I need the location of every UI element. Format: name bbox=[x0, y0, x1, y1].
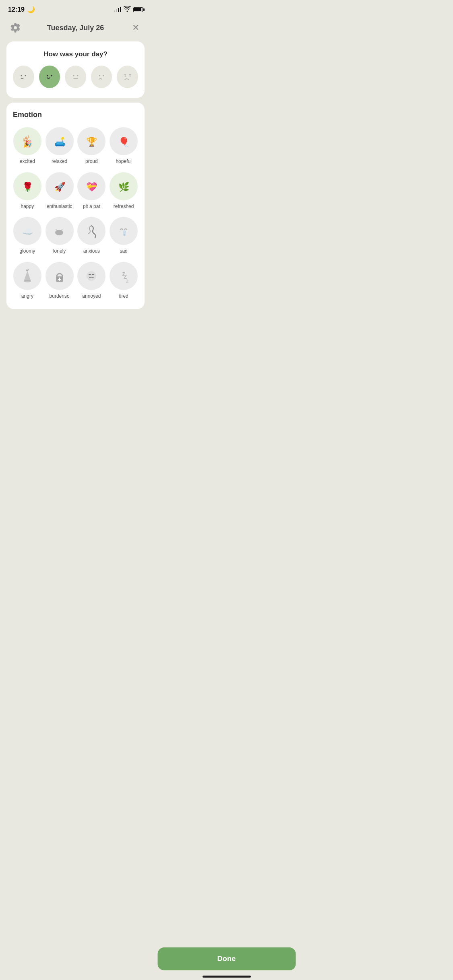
emotion-label-hopeful: hopeful bbox=[116, 159, 131, 165]
emotion-icon-annoyed bbox=[77, 262, 105, 290]
emotion-item-enthusiastic[interactable]: 🚀 enthusiastic bbox=[45, 172, 74, 210]
svg-text:Z: Z bbox=[126, 279, 129, 284]
emotion-label-annoyed: annoyed bbox=[82, 293, 101, 300]
emotion-item-angry[interactable]: angry bbox=[13, 262, 42, 300]
svg-point-5 bbox=[77, 75, 78, 76]
svg-text:🏆: 🏆 bbox=[86, 136, 97, 147]
emotion-label-relaxed: relaxed bbox=[52, 159, 67, 165]
emotion-label-sad: sad bbox=[120, 248, 127, 255]
svg-point-3 bbox=[51, 75, 52, 76]
svg-text:🌿: 🌿 bbox=[118, 181, 130, 192]
close-button[interactable]: ✕ bbox=[128, 21, 143, 35]
svg-point-23 bbox=[55, 230, 63, 235]
svg-text:☁️: ☁️ bbox=[22, 226, 33, 237]
emotion-label-refreshed: refreshed bbox=[114, 204, 134, 210]
emotion-item-refreshed[interactable]: 🌿 refreshed bbox=[109, 172, 138, 210]
status-time: 12:19 🌙 bbox=[8, 6, 35, 13]
emotion-label-tired: tired bbox=[119, 293, 128, 300]
emotion-label-happy: happy bbox=[21, 204, 34, 210]
gear-icon bbox=[10, 22, 21, 33]
svg-text:🎈: 🎈 bbox=[118, 136, 130, 147]
emotion-item-hopeful[interactable]: 🎈 hopeful bbox=[109, 127, 138, 165]
time-display: 12:19 bbox=[8, 6, 25, 13]
svg-text:🛋️: 🛋️ bbox=[54, 136, 65, 147]
mood-face-great[interactable] bbox=[13, 66, 34, 88]
svg-point-6 bbox=[99, 75, 100, 76]
emotion-icon-tired: Z Z Z bbox=[110, 262, 138, 290]
emotion-item-burdensome[interactable]: burdenso bbox=[45, 262, 74, 300]
svg-text:🌹: 🌹 bbox=[22, 181, 33, 192]
svg-text:💝: 💝 bbox=[86, 181, 97, 192]
emotion-icon-sad bbox=[110, 217, 138, 245]
emotion-label-enthusiastic: enthusiastic bbox=[47, 204, 72, 210]
emotion-icon-happy: 🌹 bbox=[13, 172, 41, 200]
emotion-icon-pit-a-pat: 💝 bbox=[77, 172, 105, 200]
mood-face-good[interactable] bbox=[39, 66, 60, 88]
svg-marker-11 bbox=[27, 135, 29, 139]
svg-point-27 bbox=[24, 280, 31, 282]
wifi-icon bbox=[124, 6, 131, 13]
emotion-item-lonely[interactable]: lonely bbox=[45, 217, 74, 255]
emotion-label-pit-a-pat: pit a pat bbox=[83, 204, 100, 210]
emotion-item-proud[interactable]: 🏆 proud bbox=[77, 127, 106, 165]
svg-point-1 bbox=[25, 75, 26, 76]
svg-point-2 bbox=[47, 75, 48, 76]
emotion-icon-proud: 🏆 bbox=[77, 127, 105, 155]
emotion-grid: 🎉 excited 🛋️ relaxed 🏆 proud bbox=[13, 127, 138, 299]
moon-icon: 🌙 bbox=[27, 6, 35, 13]
emotion-icon-hopeful: 🎈 bbox=[110, 127, 138, 155]
svg-text:🎉: 🎉 bbox=[23, 139, 32, 148]
emotion-item-sad[interactable]: sad bbox=[109, 217, 138, 255]
emotion-item-gloomy[interactable]: ☁️ gloomy bbox=[13, 217, 42, 255]
emotion-icon-relaxed: 🛋️ bbox=[46, 127, 74, 155]
status-bar: 12:19 🌙 bbox=[0, 0, 151, 16]
settings-button[interactable] bbox=[8, 21, 23, 35]
mood-card: How was your day? bbox=[6, 41, 145, 98]
signal-icon bbox=[114, 7, 121, 12]
mood-face-terrible[interactable] bbox=[117, 66, 138, 88]
header-title: Tuesday, July 26 bbox=[47, 24, 104, 32]
emotion-icon-anxious bbox=[77, 217, 105, 245]
mood-faces bbox=[13, 66, 138, 88]
emotion-label-burdensome: burdenso bbox=[50, 293, 70, 300]
svg-point-8 bbox=[124, 76, 126, 77]
emotion-icon-angry bbox=[13, 262, 41, 290]
svg-point-25 bbox=[124, 234, 126, 236]
status-icons bbox=[114, 6, 143, 13]
svg-text:🚀: 🚀 bbox=[54, 181, 65, 192]
emotion-label-gloomy: gloomy bbox=[20, 248, 35, 255]
svg-point-30 bbox=[87, 271, 96, 281]
emotion-label-excited: excited bbox=[20, 159, 35, 165]
emotion-item-annoyed[interactable]: annoyed bbox=[77, 262, 106, 300]
header: Tuesday, July 26 ✕ bbox=[0, 16, 151, 41]
emotion-icon-gloomy: ☁️ bbox=[13, 217, 41, 245]
emotion-icon-excited: 🎉 bbox=[13, 127, 41, 155]
close-icon: ✕ bbox=[132, 23, 139, 32]
emotion-item-excited[interactable]: 🎉 excited bbox=[13, 127, 42, 165]
emotion-icon-refreshed: 🌿 bbox=[110, 172, 138, 200]
svg-point-0 bbox=[21, 75, 22, 76]
emotion-icon-burdensome bbox=[46, 262, 74, 290]
svg-point-4 bbox=[73, 75, 74, 76]
emotion-icon-lonely bbox=[46, 217, 74, 245]
emotion-label-anxious: anxious bbox=[83, 248, 100, 255]
svg-point-7 bbox=[103, 75, 104, 76]
emotion-item-relaxed[interactable]: 🛋️ relaxed bbox=[45, 127, 74, 165]
emotion-label-angry: angry bbox=[21, 293, 33, 300]
emotion-icon-enthusiastic: 🚀 bbox=[46, 172, 74, 200]
emotion-section-title: Emotion bbox=[13, 111, 138, 119]
emotion-label-lonely: lonely bbox=[53, 248, 66, 255]
emotion-item-tired[interactable]: Z Z Z tired bbox=[109, 262, 138, 300]
mood-face-bad[interactable] bbox=[91, 66, 112, 88]
emotion-item-pit-a-pat[interactable]: 💝 pit a pat bbox=[77, 172, 106, 210]
emotion-label-proud: proud bbox=[85, 159, 98, 165]
mood-question: How was your day? bbox=[13, 50, 138, 58]
svg-point-9 bbox=[129, 76, 130, 77]
mood-face-neutral[interactable] bbox=[65, 66, 86, 88]
svg-marker-26 bbox=[24, 271, 31, 281]
emotion-item-happy[interactable]: 🌹 happy bbox=[13, 172, 42, 210]
battery-icon bbox=[133, 7, 143, 12]
emotion-item-anxious[interactable]: anxious bbox=[77, 217, 106, 255]
emotion-card: Emotion 🎉 excited 🛋️ relaxed bbox=[6, 103, 145, 309]
